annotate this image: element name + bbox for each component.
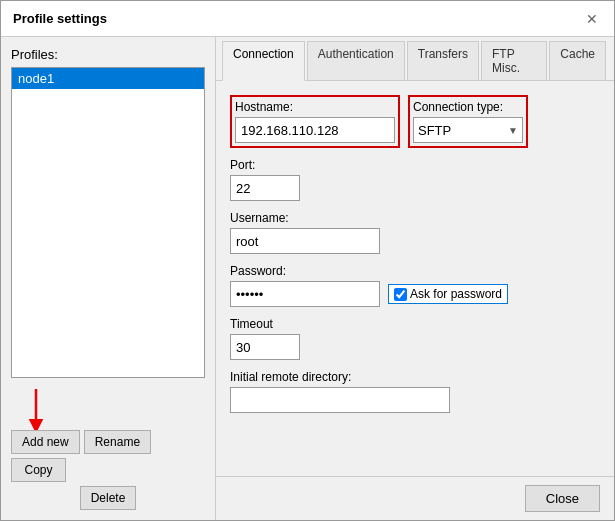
tab-ftp-misc[interactable]: FTP Misc. — [481, 41, 547, 80]
username-input[interactable] — [230, 228, 380, 254]
tab-content-connection: Hostname: Connection type: SFTP FTP FTPS… — [216, 81, 614, 476]
password-row: Password: Ask for password — [230, 264, 600, 307]
add-new-button[interactable]: Add new — [11, 430, 80, 454]
ask-for-password-label: Ask for password — [410, 287, 502, 301]
connection-type-highlight: Connection type: SFTP FTP FTPS SCP ▼ — [408, 95, 528, 148]
delete-btn-row: Delete — [11, 486, 205, 510]
tab-transfers[interactable]: Transfers — [407, 41, 479, 80]
title-bar: Profile settings ✕ — [1, 1, 614, 37]
sidebar: Profiles: node1 Add new — [1, 37, 216, 520]
copy-button[interactable]: Copy — [11, 458, 66, 482]
connection-type-label: Connection type: — [413, 100, 523, 114]
password-input[interactable] — [230, 281, 380, 307]
main-panel: Connection Authentication Transfers FTP … — [216, 37, 614, 520]
hostname-label: Hostname: — [235, 100, 395, 114]
initial-remote-directory-label: Initial remote directory: — [230, 370, 600, 384]
username-label: Username: — [230, 211, 380, 225]
connection-type-select[interactable]: SFTP FTP FTPS SCP — [418, 121, 508, 140]
profiles-label: Profiles: — [11, 47, 205, 62]
profiles-list[interactable]: node1 — [11, 67, 205, 378]
hostname-input[interactable] — [235, 117, 395, 143]
window-title: Profile settings — [13, 11, 107, 26]
ask-for-password-check[interactable]: Ask for password — [388, 284, 508, 304]
tab-connection[interactable]: Connection — [222, 41, 305, 81]
tab-authentication[interactable]: Authentication — [307, 41, 405, 80]
timeout-input[interactable] — [230, 334, 300, 360]
initial-remote-directory-group: Initial remote directory: — [230, 370, 600, 413]
port-group: Port: — [230, 158, 300, 201]
password-input-row: Ask for password — [230, 281, 600, 307]
password-label: Password: — [230, 264, 600, 278]
port-input[interactable] — [230, 175, 300, 201]
sidebar-bottom: Add new Rename Copy Delete — [11, 384, 205, 510]
hostname-highlight: Hostname: — [230, 95, 400, 148]
sidebar-buttons: Add new Rename Copy — [11, 430, 205, 482]
bottom-buttons: Close — [216, 476, 614, 520]
hostname-connection-row: Hostname: Connection type: SFTP FTP FTPS… — [230, 95, 600, 148]
initial-remote-directory-input[interactable] — [230, 387, 450, 413]
delete-button[interactable]: Delete — [80, 486, 137, 510]
port-label: Port: — [230, 158, 300, 172]
profile-settings-window: Profile settings ✕ Profiles: node1 — [0, 0, 615, 521]
window-close-button[interactable]: ✕ — [582, 9, 602, 29]
arrow-area — [11, 384, 205, 424]
arrow-icon — [6, 384, 86, 434]
tab-cache[interactable]: Cache — [549, 41, 606, 80]
select-arrow-icon: ▼ — [508, 125, 518, 136]
close-action-button[interactable]: Close — [525, 485, 600, 512]
tab-bar: Connection Authentication Transfers FTP … — [216, 37, 614, 81]
username-group: Username: — [230, 211, 380, 254]
connection-type-wrapper[interactable]: SFTP FTP FTPS SCP ▼ — [413, 117, 523, 143]
main-content: Profiles: node1 Add new — [1, 37, 614, 520]
ask-for-password-checkbox[interactable] — [394, 288, 407, 301]
rename-button[interactable]: Rename — [84, 430, 151, 454]
timeout-label: Timeout — [230, 317, 300, 331]
profile-item[interactable]: node1 — [12, 68, 204, 89]
timeout-group: Timeout — [230, 317, 300, 360]
